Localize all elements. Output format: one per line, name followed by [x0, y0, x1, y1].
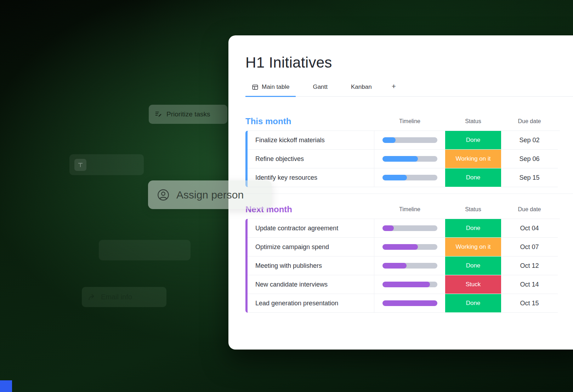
task-name[interactable]: Lead generation presentation — [248, 294, 374, 313]
person-circle-icon — [157, 188, 170, 202]
task-name[interactable]: Finalize kickoff materials — [248, 131, 374, 150]
task-name[interactable]: Update contractor agreement — [248, 219, 374, 238]
tab-label: Kanban — [351, 83, 372, 91]
status-badge[interactable]: Done — [445, 168, 501, 187]
group-title[interactable]: This month — [245, 116, 374, 126]
status-badge[interactable]: Done — [445, 219, 501, 238]
due-date[interactable]: Oct 07 — [501, 238, 558, 256]
group-section-next-month: Next month Timeline Status Due date Upda… — [245, 204, 573, 313]
timeline-cell[interactable] — [374, 131, 445, 150]
timeline-cell[interactable] — [374, 294, 445, 313]
ghost-text-button[interactable] — [69, 154, 144, 175]
status-badge[interactable]: Done — [445, 256, 501, 275]
column-header-status: Status — [445, 206, 501, 213]
column-header-status: Status — [445, 118, 501, 125]
task-name[interactable]: Meeting with publishers — [248, 256, 374, 275]
add-view-button[interactable]: + — [389, 80, 399, 97]
status-badge[interactable]: Working on it — [445, 238, 501, 256]
forward-arrow-icon — [87, 293, 97, 302]
progress-track — [382, 244, 437, 250]
due-date[interactable]: Oct 12 — [501, 256, 558, 275]
status-badge[interactable]: Done — [445, 131, 501, 150]
task-name[interactable]: Optimize campaign spend — [248, 238, 374, 256]
ghost-email-info-button[interactable]: Email info — [82, 287, 166, 307]
progress-fill — [382, 156, 418, 162]
prioritize-tasks-icon — [154, 110, 162, 118]
tab-label: Gantt — [313, 83, 328, 91]
section-divider — [245, 194, 573, 194]
due-date[interactable]: Oct 15 — [501, 294, 558, 313]
task-name[interactable]: Refine objectives — [248, 150, 374, 168]
progress-fill — [382, 175, 407, 180]
progress-track — [382, 263, 437, 269]
status-badge[interactable]: Done — [445, 294, 501, 313]
group-table: Update contractor agreement Done Oct 04 … — [245, 219, 560, 313]
group-header: This month Timeline Status Due date — [245, 116, 573, 126]
ghost-prioritize-label: Prioritize tasks — [166, 110, 210, 118]
progress-fill — [382, 282, 430, 287]
tab-main-table[interactable]: Main table — [245, 81, 296, 97]
page-title: H1 Initiatives — [245, 54, 573, 71]
table-row: Meeting with publishers Done Oct 12 — [248, 256, 560, 275]
table-row: New candidate interviews Stuck Oct 14 — [248, 275, 560, 294]
tab-bar: Main table Gantt Kanban + — [245, 80, 573, 97]
column-header-due-date: Due date — [501, 206, 558, 213]
ghost-assign-person-card[interactable]: Assign person — [148, 180, 272, 209]
progress-track — [382, 282, 437, 287]
progress-track — [382, 137, 437, 143]
group-header: Next month Timeline Status Due date — [245, 204, 573, 214]
board-card: H1 Initiatives Main table Gantt Kanban +… — [228, 35, 573, 350]
due-date[interactable]: Sep 15 — [501, 168, 558, 187]
progress-track — [382, 225, 437, 231]
column-header-due-date: Due date — [501, 118, 558, 125]
timeline-cell[interactable] — [374, 168, 445, 187]
progress-track — [382, 175, 437, 180]
tab-kanban[interactable]: Kanban — [345, 81, 378, 97]
status-badge[interactable]: Working on it — [445, 150, 501, 168]
table-icon — [252, 84, 259, 91]
timeline-cell[interactable] — [374, 219, 445, 238]
group-section-this-month: This month Timeline Status Due date Fina… — [245, 116, 573, 194]
table-row: Refine objectives Working on it Sep 06 — [248, 150, 560, 168]
group-table: Finalize kickoff materials Done Sep 02 R… — [245, 131, 560, 187]
timeline-cell[interactable] — [374, 238, 445, 256]
due-date[interactable]: Sep 02 — [501, 131, 558, 150]
table-row: Lead generation presentation Done Oct 15 — [248, 294, 560, 313]
status-badge[interactable]: Stuck — [445, 275, 501, 294]
ghost-assign-label: Assign person — [176, 189, 244, 201]
column-header-timeline: Timeline — [374, 118, 445, 125]
task-name[interactable]: New candidate interviews — [248, 275, 374, 294]
table-row: Finalize kickoff materials Done Sep 02 — [248, 131, 560, 150]
text-tool-icon — [74, 159, 86, 171]
column-header-timeline: Timeline — [374, 206, 445, 213]
progress-track — [382, 300, 437, 306]
progress-fill — [382, 244, 418, 250]
progress-fill — [382, 300, 437, 306]
corner-accent-square — [0, 380, 12, 392]
ghost-prioritize-tasks-button[interactable]: Prioritize tasks — [149, 105, 227, 124]
timeline-cell[interactable] — [374, 256, 445, 275]
progress-track — [382, 156, 437, 162]
due-date[interactable]: Oct 04 — [501, 219, 558, 238]
table-row: Optimize campaign spend Working on it Oc… — [248, 238, 560, 256]
tab-gantt[interactable]: Gantt — [306, 81, 334, 97]
plus-icon: + — [392, 82, 396, 91]
due-date[interactable]: Sep 06 — [501, 150, 558, 168]
ghost-email-label: Email info — [101, 293, 132, 301]
timeline-cell[interactable] — [374, 150, 445, 168]
progress-fill — [382, 225, 394, 231]
table-row: Identify key resources Done Sep 15 — [248, 168, 560, 187]
due-date[interactable]: Oct 14 — [501, 275, 558, 294]
tab-label: Main table — [262, 83, 289, 91]
ghost-placeholder-box — [99, 240, 191, 260]
table-row: Update contractor agreement Done Oct 04 — [248, 219, 560, 238]
progress-fill — [382, 263, 407, 269]
progress-fill — [382, 137, 396, 143]
timeline-cell[interactable] — [374, 275, 445, 294]
